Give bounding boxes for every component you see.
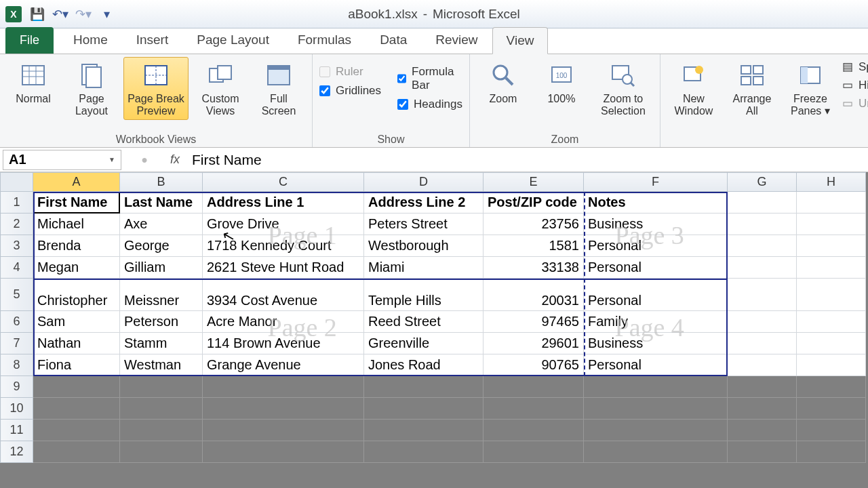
split-button[interactable]: ▤Split xyxy=(842,60,868,74)
cell-F12[interactable] xyxy=(584,441,728,463)
chevron-down-icon[interactable]: ▼ xyxy=(108,156,115,163)
select-all-corner[interactable] xyxy=(1,173,33,192)
cell-F7[interactable]: Business xyxy=(584,333,728,354)
tab-formulas[interactable]: Formulas xyxy=(283,26,366,54)
cell-E6[interactable]: 97465 xyxy=(484,311,584,333)
cell-D8[interactable]: Jones Road xyxy=(364,354,484,376)
cell-D9[interactable] xyxy=(364,376,484,398)
cell-E5[interactable]: 20031 xyxy=(484,279,584,311)
cell-D12[interactable] xyxy=(364,441,484,463)
row-header-4[interactable]: 4 xyxy=(1,257,33,279)
cell-H7[interactable] xyxy=(797,333,866,354)
tab-data[interactable]: Data xyxy=(366,26,421,54)
cell-A9[interactable] xyxy=(33,376,120,398)
ruler-checkbox[interactable]: Ruler xyxy=(319,65,381,79)
cell-B10[interactable] xyxy=(120,398,203,420)
cell-E11[interactable] xyxy=(484,420,584,441)
cell-A3[interactable]: Brenda xyxy=(33,235,120,257)
qat-customize-icon[interactable]: ▾ xyxy=(99,7,114,22)
cell-E1[interactable]: Post/ZIP code xyxy=(484,192,584,214)
cell-A4[interactable]: Megan xyxy=(33,257,120,279)
cell-B8[interactable]: Westman xyxy=(120,354,203,376)
cell-G2[interactable] xyxy=(728,214,797,235)
headings-checkbox[interactable]: Headings xyxy=(397,98,462,111)
formula-input[interactable]: First Name xyxy=(185,152,868,168)
cell-E7[interactable]: 29601 xyxy=(484,333,584,354)
cell-F9[interactable] xyxy=(584,376,728,398)
cell-C2[interactable]: Grove Drive xyxy=(203,214,364,235)
name-box[interactable]: A1 ▼ xyxy=(3,150,121,170)
cell-H1[interactable] xyxy=(797,192,866,214)
cell-B6[interactable]: Peterson xyxy=(120,311,203,333)
cell-C11[interactable] xyxy=(203,420,364,441)
cell-G10[interactable] xyxy=(728,398,797,420)
cell-G6[interactable] xyxy=(728,311,797,333)
cell-D2[interactable]: Peters Street xyxy=(364,214,484,235)
cell-C8[interactable]: Grange Avenue xyxy=(203,354,364,376)
cell-C12[interactable] xyxy=(203,441,364,463)
cell-D5[interactable]: Temple Hills xyxy=(364,279,484,311)
cell-B7[interactable]: Stamm xyxy=(120,333,203,354)
freeze-panes-button[interactable]: Freeze Panes ▾ xyxy=(784,57,837,120)
cell-H3[interactable] xyxy=(797,235,866,257)
redo-icon[interactable]: ↷▾ xyxy=(76,7,91,22)
worksheet-area[interactable]: ABCDEFGH1First NameLast NameAddress Line… xyxy=(0,172,868,488)
zoom-selection-button[interactable]: Zoom to Selection xyxy=(593,57,653,120)
cell-B4[interactable]: Gilliam xyxy=(120,257,203,279)
cell-H10[interactable] xyxy=(797,398,866,420)
row-header-6[interactable]: 6 xyxy=(1,311,33,333)
cell-E9[interactable] xyxy=(484,376,584,398)
cell-D1[interactable]: Address Line 2 xyxy=(364,192,484,214)
cell-D3[interactable]: Westborough xyxy=(364,235,484,257)
cell-B12[interactable] xyxy=(120,441,203,463)
zoom-button[interactable]: Zoom xyxy=(477,57,530,108)
cell-D10[interactable] xyxy=(364,398,484,420)
tab-file[interactable]: File xyxy=(5,27,54,54)
cell-E2[interactable]: 23756 xyxy=(484,214,584,235)
cell-H2[interactable] xyxy=(797,214,866,235)
cell-H6[interactable] xyxy=(797,311,866,333)
cell-C5[interactable]: 3934 Cost Avenue xyxy=(203,279,364,311)
cell-A5[interactable]: Christopher xyxy=(33,279,120,311)
cell-A11[interactable] xyxy=(33,420,120,441)
cell-A8[interactable]: Fiona xyxy=(33,354,120,376)
normal-view-button[interactable]: Normal xyxy=(7,57,60,108)
col-header-G[interactable]: G xyxy=(728,173,797,192)
cell-H11[interactable] xyxy=(797,420,866,441)
cell-D11[interactable] xyxy=(364,420,484,441)
cell-G8[interactable] xyxy=(728,354,797,376)
row-header-3[interactable]: 3 xyxy=(1,235,33,257)
cell-A12[interactable] xyxy=(33,441,120,463)
zoom-100-button[interactable]: 100 100% xyxy=(535,57,588,108)
cell-G12[interactable] xyxy=(728,441,797,463)
custom-views-button[interactable]: Custom Views xyxy=(194,57,247,120)
col-header-E[interactable]: E xyxy=(484,173,584,192)
cell-A1[interactable]: First Name xyxy=(33,192,120,214)
row-header-7[interactable]: 7 xyxy=(1,333,33,354)
unhide-button[interactable]: ▭Unhide xyxy=(842,96,868,110)
cell-B2[interactable]: Axe xyxy=(120,214,203,235)
page-layout-view-button[interactable]: Page Layout xyxy=(65,57,118,120)
cell-B3[interactable]: George xyxy=(120,235,203,257)
cell-D7[interactable]: Greenville xyxy=(364,333,484,354)
row-header-9[interactable]: 9 xyxy=(1,376,33,398)
col-header-F[interactable]: F xyxy=(584,173,728,192)
tab-review[interactable]: Review xyxy=(421,26,492,54)
cell-F1[interactable]: Notes xyxy=(584,192,728,214)
cell-E3[interactable]: 1581 xyxy=(484,235,584,257)
row-header-5[interactable]: 5 xyxy=(1,279,33,311)
insert-function-button[interactable]: fx xyxy=(165,152,185,167)
cell-A6[interactable]: Sam xyxy=(33,311,120,333)
formula-bar-checkbox[interactable]: Formula Bar xyxy=(397,65,462,92)
cell-C7[interactable]: 114 Brown Avenue xyxy=(203,333,364,354)
col-header-H[interactable]: H xyxy=(797,173,866,192)
cell-F5[interactable]: Personal xyxy=(584,279,728,311)
page-break-preview-button[interactable]: Page Break Preview xyxy=(123,57,189,120)
cell-E4[interactable]: 33138 xyxy=(484,257,584,279)
cell-B5[interactable]: Meissner xyxy=(120,279,203,311)
cell-E10[interactable] xyxy=(484,398,584,420)
cell-F2[interactable]: Business xyxy=(584,214,728,235)
tab-insert[interactable]: Insert xyxy=(122,26,183,54)
row-header-8[interactable]: 8 xyxy=(1,354,33,376)
tab-page-layout[interactable]: Page Layout xyxy=(182,26,283,54)
